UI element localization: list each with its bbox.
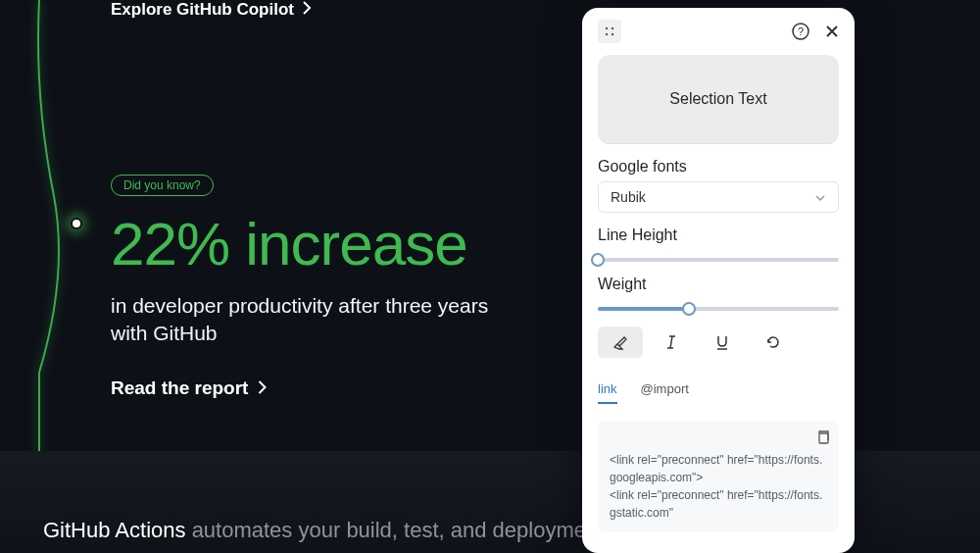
read-report-label: Read the report <box>111 377 248 399</box>
italic-button[interactable] <box>649 327 694 358</box>
svg-text:?: ? <box>798 25 804 37</box>
svg-point-1 <box>612 27 613 29</box>
line-height-label: Line Height <box>598 226 839 244</box>
explore-link-label: Explore GitHub Copilot <box>111 0 294 20</box>
chevron-down-icon <box>814 189 826 205</box>
weight-slider[interactable] <box>598 307 839 311</box>
reset-button[interactable] <box>751 327 796 358</box>
read-report-link[interactable]: Read the report <box>111 377 562 399</box>
svg-rect-6 <box>819 433 828 443</box>
line-height-slider[interactable] <box>598 258 839 262</box>
explore-copilot-link[interactable]: Explore GitHub Copilot <box>111 0 562 20</box>
copy-icon[interactable] <box>815 429 831 450</box>
selection-text-preview: Selection Text <box>598 55 839 144</box>
headline-stat: 22% increase <box>111 214 562 275</box>
tab-link[interactable]: link <box>598 381 617 404</box>
font-selected-value: Rubik <box>611 189 646 205</box>
headline-description: in developer productivity after three ye… <box>111 292 503 348</box>
close-icon[interactable] <box>825 25 839 38</box>
code-snippet-text: <link rel="preconnect" href="https://fon… <box>610 431 827 522</box>
chevron-right-icon <box>302 0 312 20</box>
code-snippet-box: <link rel="preconnect" href="https://fon… <box>598 422 839 531</box>
google-fonts-label: Google fonts <box>598 158 839 176</box>
svg-point-0 <box>606 27 608 29</box>
font-tool-panel: ? Selection Text Google fonts Rubik Line… <box>582 8 855 553</box>
bottom-strong: GitHub Actions <box>43 518 186 542</box>
drag-handle[interactable] <box>598 20 621 43</box>
did-you-know-pill: Did you know? <box>111 175 214 196</box>
svg-point-3 <box>612 33 613 35</box>
weight-label: Weight <box>598 276 839 293</box>
timeline-dot <box>71 218 82 229</box>
help-icon[interactable]: ? <box>792 23 809 40</box>
underline-button[interactable] <box>700 327 745 358</box>
highlight-button[interactable] <box>598 327 643 358</box>
font-select[interactable]: Rubik <box>598 181 839 213</box>
svg-point-2 <box>606 33 608 35</box>
slider-thumb[interactable] <box>591 253 605 267</box>
tab-import[interactable]: @import <box>641 381 689 404</box>
slider-thumb[interactable] <box>682 302 696 316</box>
chevron-right-icon <box>258 377 267 399</box>
